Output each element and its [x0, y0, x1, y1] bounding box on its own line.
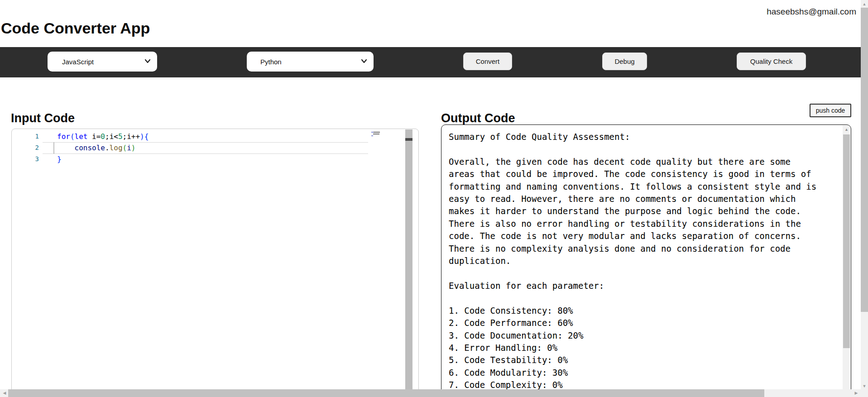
scroll-left-arrow-icon[interactable]: ◀ — [1, 389, 8, 397]
chevron-down-icon — [144, 59, 151, 63]
quality-check-button[interactable]: Quality Check — [737, 53, 806, 70]
input-code-editor[interactable]: 123 for(let i=0;i<5;i++){ console.log(i)… — [11, 129, 419, 397]
code-token-plain: ;i< — [105, 132, 118, 141]
user-email: haseebshs@gmail.com — [767, 7, 856, 17]
editor-scrollbar-thumb[interactable] — [405, 138, 412, 141]
target-language-value: Python — [260, 58, 282, 66]
minimap-line — [371, 135, 373, 136]
editor-vertical-scrollbar[interactable] — [405, 129, 412, 397]
code-token-bracket1: ){ — [140, 132, 149, 141]
code-token-plain: i= — [87, 132, 101, 141]
text-cursor — [53, 142, 54, 154]
page-title: Code Converter App — [1, 19, 150, 37]
code-token-method: log — [110, 143, 123, 152]
code-line: console.log(i) — [57, 142, 149, 153]
code-token-bracket2: ( — [123, 143, 127, 152]
code-line: } — [57, 153, 149, 165]
code-token-keyword: let — [75, 132, 88, 141]
chevron-down-icon — [361, 59, 367, 63]
toolbar: JavaScript Python Convert Debug Quality … — [0, 47, 861, 77]
minimap-line — [371, 132, 380, 133]
code-token-keyword: for — [57, 132, 70, 141]
minimap-line — [373, 134, 379, 134]
horizontal-scrollbar-thumb[interactable] — [8, 389, 764, 397]
line-number: 3 — [12, 153, 39, 165]
push-code-button[interactable]: push code — [810, 104, 851, 117]
code-token-bracket1: ( — [70, 132, 75, 141]
source-language-value: JavaScript — [62, 58, 94, 66]
output-scrollbar-thumb[interactable] — [843, 134, 850, 348]
line-number-gutter: 123 — [12, 131, 39, 165]
convert-button[interactable]: Convert — [463, 53, 512, 70]
output-vertical-scrollbar[interactable]: ▲ — [843, 125, 850, 396]
code-content[interactable]: for(let i=0;i<5;i++){ console.log(i)} — [57, 131, 149, 165]
code-token-variable: i — [127, 143, 131, 152]
target-language-select[interactable]: Python — [247, 52, 374, 72]
code-token-bracket2: ) — [131, 143, 136, 152]
page-horizontal-scrollbar[interactable]: ◀ ▶ — [0, 389, 861, 397]
output-code-heading: Output Code — [441, 111, 515, 125]
output-code-box[interactable]: Summary of Code Quality Assessment: Over… — [441, 124, 851, 397]
scroll-right-arrow-icon[interactable]: ▶ — [853, 389, 859, 397]
code-token-plain — [57, 143, 75, 152]
scroll-up-arrow-icon[interactable]: ▲ — [843, 126, 850, 133]
code-token-plain: . — [105, 143, 110, 152]
code-line: for(let i=0;i<5;i++){ — [57, 131, 149, 142]
code-token-bracket1: } — [57, 155, 62, 163]
line-number: 2 — [12, 142, 39, 153]
page-vertical-scrollbar[interactable]: ▲ ▼ — [861, 0, 868, 397]
input-code-heading: Input Code — [11, 111, 75, 125]
code-token-plain: ;i++ — [123, 132, 140, 141]
output-text: Summary of Code Quality Assessment: Over… — [441, 125, 851, 397]
vertical-scrollbar-thumb[interactable] — [861, 8, 868, 312]
line-number: 1 — [12, 131, 39, 142]
scroll-up-arrow-icon[interactable]: ▲ — [861, 1, 868, 7]
source-language-select[interactable]: JavaScript — [48, 52, 157, 72]
debug-button[interactable]: Debug — [602, 53, 647, 70]
code-token-number: 5 — [118, 132, 123, 141]
scroll-down-arrow-icon[interactable]: ▼ — [861, 383, 868, 389]
code-token-number: 0 — [101, 132, 105, 141]
code-token-variable: console — [75, 143, 105, 152]
minimap — [371, 132, 383, 137]
